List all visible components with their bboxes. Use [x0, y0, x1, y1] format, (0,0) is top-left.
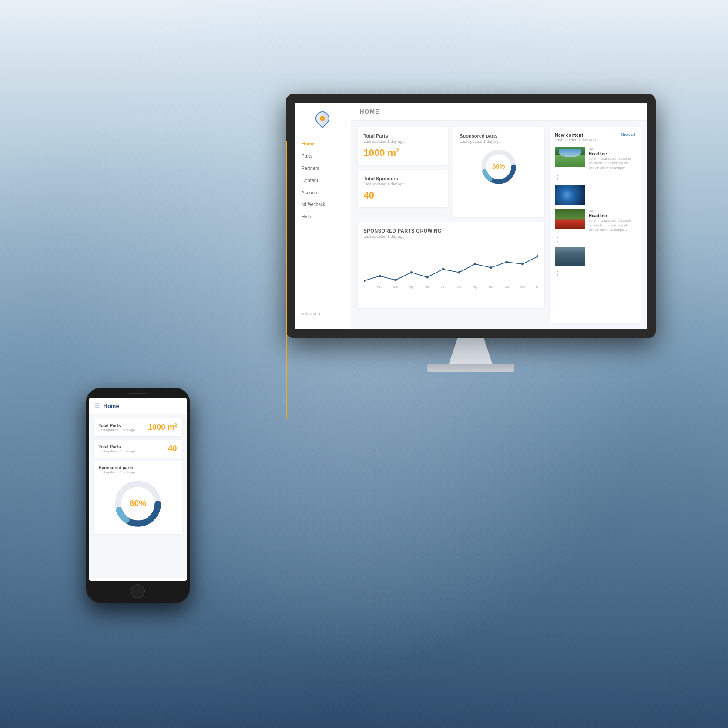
- phone-total-parts-40-info: Total Parts Last updated 1 day ago: [99, 445, 168, 453]
- phone-total-parts-40-value: 40: [168, 444, 177, 453]
- svg-text:Jun: Jun: [441, 286, 446, 289]
- donut-chart-desktop: 60%: [479, 147, 518, 186]
- content-headline-1: Headline: [589, 152, 635, 156]
- total-parts-value: 1000 m2: [364, 147, 443, 158]
- total-sponsors-label: Total Sponsors: [364, 176, 443, 181]
- svg-text:Feb: Feb: [377, 286, 382, 289]
- svg-text:Dec: Dec: [536, 286, 538, 289]
- phone-page-title: Home: [104, 403, 119, 409]
- phone-sponsored-parts-card: Sponsored parts Last updated 1 day ago 6…: [94, 461, 182, 534]
- svg-point-9: [378, 275, 380, 277]
- show-all-button[interactable]: Show all: [620, 132, 635, 137]
- phone-total-parts-card: Total Parts Last updated 1 day ago 1000 …: [94, 418, 182, 436]
- new-content-panel: New content Last updated 1 day ago Show …: [550, 127, 641, 323]
- phone-sponsored-label: Sponsored parts: [99, 465, 177, 470]
- svg-point-10: [394, 279, 396, 282]
- svg-text:Sep: Sep: [488, 286, 493, 289]
- total-parts-sub: Last updated 1 day ago: [364, 139, 443, 144]
- stats-column: Total Parts Last updated 1 day ago 1000 …: [358, 127, 449, 217]
- content-date-3: DATE: [589, 209, 635, 213]
- content-item-4: ⋮: [555, 247, 635, 277]
- page-title: HOME: [351, 103, 647, 121]
- phone-header: ☰ Home: [89, 398, 187, 414]
- logo-pin: [312, 108, 332, 128]
- phone-outer: ☰ Home Total Parts Last updated 1 day ag…: [86, 388, 190, 603]
- new-content-sub: Last updated 1 day ago: [555, 138, 596, 142]
- nav-item-content[interactable]: Content: [295, 174, 351, 186]
- total-parts-label: Total Parts: [364, 133, 443, 138]
- svg-text:Aug: Aug: [472, 286, 477, 289]
- monitor-stand: [449, 338, 493, 364]
- total-sponsors-sub: Last updated 1 day ago: [364, 182, 443, 186]
- content-item-2: [555, 185, 635, 205]
- phone-home-button[interactable]: [131, 584, 145, 598]
- phone-screen: ☰ Home Total Parts Last updated 1 day ag…: [89, 398, 187, 581]
- phone-speaker: [129, 393, 147, 394]
- nav-item-parts[interactable]: Parts: [295, 150, 351, 162]
- content-headline-3: Headline: [589, 213, 635, 218]
- svg-text:Apr: Apr: [409, 286, 414, 289]
- phone-total-parts-label: Total Parts: [99, 423, 148, 428]
- new-content-header: New content Last updated 1 day ago Show …: [555, 132, 635, 145]
- phone-sponsored-sub: Last updated 1 day ago: [99, 470, 177, 474]
- phone-content: Total Parts Last updated 1 day ago 1000 …: [89, 414, 187, 578]
- phone-total-parts-sub: Last updated 1 day ago: [99, 428, 148, 432]
- content-thumb-3: [555, 209, 585, 229]
- content-menu-4[interactable]: ⋮: [555, 270, 585, 277]
- content-item-1: DATE Headline Lorem ipsum dolor sit amet…: [555, 147, 635, 181]
- phone-total-parts-40-card: Total Parts Last updated 1 day ago 40: [94, 440, 182, 458]
- new-content-title: New content: [555, 132, 596, 138]
- svg-text:Jan: Jan: [364, 286, 366, 289]
- svg-text:May: May: [424, 286, 430, 289]
- content-item-3: DATE Headline Lorem ipsum dolor sit amet…: [555, 209, 635, 243]
- phone-total-parts-value: 1000 m2: [148, 423, 177, 432]
- scene: Home Parts Partners Content Account nd f…: [60, 59, 669, 669]
- nav-item-account[interactable]: Account: [295, 186, 351, 199]
- desktop-main: HOME Total Parts Last updated 1 day ago …: [351, 103, 647, 329]
- svg-point-14: [458, 271, 460, 274]
- chart-card: SPONSORED PARTS GROWING Last updated 1 d…: [358, 222, 544, 307]
- mobile-phone: ☰ Home Total Parts Last updated 1 day ag…: [86, 388, 190, 603]
- sponsored-parts-card: Sponsored parts Last updated 1 day ago 6…: [453, 127, 544, 217]
- desktop-sidebar: Home Parts Partners Content Account nd f…: [295, 103, 351, 329]
- nav-item-partners[interactable]: Partners: [295, 162, 351, 174]
- total-sponsors-value: 40: [364, 190, 443, 201]
- monitor-base: [427, 364, 514, 372]
- svg-point-18: [521, 263, 523, 266]
- menu-icon[interactable]: ☰: [94, 402, 100, 409]
- content-meta-1: DATE Headline Lorem ipsum dolor sit amet…: [589, 147, 635, 170]
- total-sponsors-card: Total Sponsors Last updated 1 day ago 40: [358, 170, 449, 207]
- phone-donut-center: 60%: [99, 478, 177, 530]
- svg-point-17: [505, 261, 507, 263]
- content-thumb-1: [555, 147, 585, 167]
- chart-sub: Last updated 1 day ago: [364, 234, 538, 239]
- chart-title: SPONSORED PARTS GROWING: [364, 228, 538, 233]
- svg-text:Nov: Nov: [520, 286, 525, 289]
- monitor-screen-outer: Home Parts Partners Content Account nd f…: [286, 94, 656, 338]
- content-menu-3[interactable]: ⋮: [555, 236, 585, 243]
- content-thumb-2: [555, 185, 585, 205]
- desktop-content: Total Parts Last updated 1 day ago 1000 …: [351, 121, 647, 329]
- footer-user: Julian Küller: [295, 307, 351, 320]
- donut-chart-phone: 60%: [112, 478, 164, 530]
- svg-point-15: [473, 263, 476, 266]
- total-parts-card: Total Parts Last updated 1 day ago 1000 …: [358, 127, 449, 165]
- phone-total-parts-info: Total Parts Last updated 1 day ago: [99, 423, 148, 432]
- content-meta-3: DATE Headline Lorem ipsum dolor sit amet…: [589, 209, 635, 232]
- svg-point-16: [490, 266, 492, 269]
- svg-text:Mar: Mar: [393, 286, 398, 289]
- svg-point-12: [426, 276, 428, 279]
- content-text-1: Lorem ipsum dolor sit amet, consectetur …: [589, 157, 635, 170]
- nav-item-help[interactable]: Help: [295, 210, 351, 222]
- svg-text:60%: 60%: [129, 499, 146, 508]
- nav-item-home[interactable]: Home: [295, 138, 351, 150]
- content-thumb-4: [555, 247, 585, 266]
- phone-total-parts-40-label: Total Parts: [99, 445, 168, 449]
- content-menu-1[interactable]: ⋮: [555, 174, 585, 181]
- svg-text:Oct: Oct: [504, 286, 509, 289]
- content-date-1: DATE: [589, 147, 635, 151]
- sponsored-parts-label: Sponsored parts: [460, 133, 497, 138]
- phone-total-parts-40-sub: Last updated 1 day ago: [99, 449, 168, 453]
- nav-item-feedback[interactable]: nd feedback: [295, 199, 351, 210]
- svg-point-13: [442, 268, 444, 271]
